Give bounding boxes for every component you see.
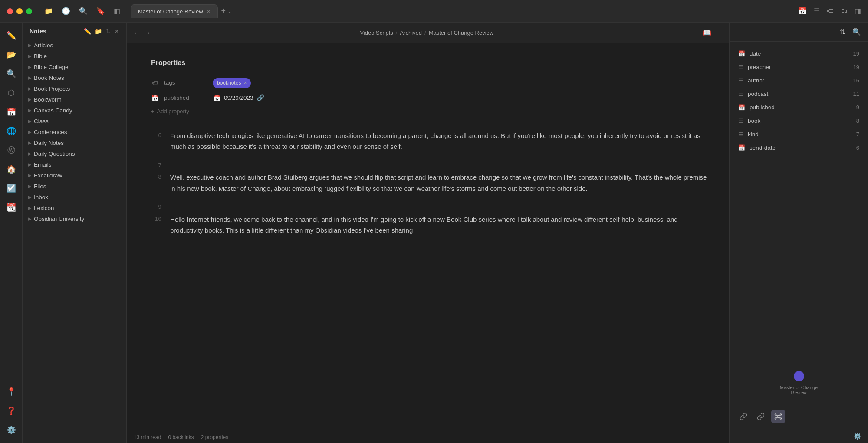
chevron-right-icon: ▶ <box>28 86 31 92</box>
graph-icon[interactable]: ⬡ <box>3 85 19 101</box>
list-prop-icon: ☰ <box>738 118 743 124</box>
prop-item-book-count: 8 <box>856 118 859 124</box>
more-options-icon[interactable]: ··· <box>717 29 722 37</box>
prop-item-date[interactable]: 📅 date 19 <box>730 47 868 60</box>
sidebar-item-class[interactable]: ▶ Class <box>24 116 125 127</box>
history-icon[interactable]: 🕐 <box>62 7 70 15</box>
sidebar-item-lexicon[interactable]: ▶ Lexicon <box>24 203 125 213</box>
sidebar-item-book-notes[interactable]: ▶ Book Notes <box>24 72 125 83</box>
sidebar-item-files[interactable]: ▶ Files <box>24 181 125 192</box>
property-value-tags: booknotes × <box>213 78 251 88</box>
minimize-button[interactable] <box>16 8 23 14</box>
sidebar-item-obsidian-university[interactable]: ▶ Obsidian University <box>24 213 125 224</box>
list-prop-icon: ☰ <box>738 77 743 84</box>
calendar-prop-icon: 📅 <box>738 144 745 151</box>
prop-item-published[interactable]: 📅 published 9 <box>730 101 868 114</box>
sidebar-item-conferences[interactable]: ▶ Conferences <box>24 127 125 138</box>
prop-item-send-date[interactable]: 📅 send-date 6 <box>730 141 868 154</box>
publish-icon[interactable]: 🌐 <box>3 123 19 139</box>
list-prop-icon: ☰ <box>738 91 743 97</box>
back-arrow-icon[interactable]: ← <box>134 29 141 37</box>
prop-item-book[interactable]: ☰ book 8 <box>730 114 868 128</box>
tab-close-icon[interactable]: ✕ <box>207 9 210 14</box>
breadcrumb-part3[interactable]: Master of Change Review <box>429 30 494 36</box>
sidebar-item-inbox[interactable]: ▶ Inbox <box>24 192 125 203</box>
bookmark-icon[interactable]: 🔖 <box>96 7 105 15</box>
line-content-6[interactable]: From disruptive technologies like genera… <box>170 130 708 152</box>
sort-icon[interactable]: ⇅ <box>105 28 111 35</box>
new-folder-icon[interactable]: 📁 <box>95 28 102 35</box>
tabs-dropdown-icon[interactable]: ⌄ <box>227 8 232 14</box>
svg-line-8 <box>779 417 780 418</box>
archive-icon[interactable]: 🗂 <box>841 7 848 15</box>
checklist-icon[interactable]: ☰ <box>814 7 820 15</box>
prop-item-podcast-count: 11 <box>853 91 859 97</box>
incoming-links-button[interactable] <box>754 410 768 423</box>
sidebar-item-bible[interactable]: ▶ Bible <box>24 51 125 62</box>
wp-icon[interactable]: Ⓦ <box>3 142 19 158</box>
prop-item-podcast[interactable]: ☰ podcast 11 <box>730 87 868 101</box>
tags-icon[interactable]: 🏷 <box>827 7 834 15</box>
sort-panel-icon[interactable]: ⇅ <box>840 28 845 36</box>
sidebar-item-canvas-candy[interactable]: ▶ Canvas Candy <box>24 105 125 116</box>
location-icon[interactable]: 📍 <box>3 384 19 400</box>
active-tab[interactable]: Master of Change Review ✕ <box>131 4 218 18</box>
forward-arrow-icon[interactable]: → <box>144 29 151 37</box>
sidebar-item-book-projects[interactable]: ▶ Book Projects <box>24 83 125 94</box>
home-icon[interactable]: 🏠 <box>3 161 19 177</box>
search-panel-icon[interactable]: 🔍 <box>852 28 861 36</box>
breadcrumb-part2[interactable]: Archived <box>400 30 422 36</box>
file-browser-icon[interactable]: 📁 <box>44 7 53 15</box>
line-content-9[interactable] <box>170 202 708 213</box>
graph-view-button[interactable] <box>771 410 785 423</box>
property-value-published: 📅 09/29/2023 🔗 <box>213 93 264 103</box>
reading-mode-icon[interactable]: 📖 <box>703 29 711 37</box>
sidebar-item-daily-notes[interactable]: ▶ Daily Notes <box>24 138 125 148</box>
editor-area[interactable]: Properties 🏷 tags booknotes × 📅 publishe… <box>127 43 729 431</box>
panel-settings-icon[interactable]: ⚙️ <box>854 433 861 440</box>
maximize-button[interactable] <box>26 8 32 14</box>
sidebar-item-articles[interactable]: ▶ Articles <box>24 40 125 51</box>
sidebar-item-daily-questions[interactable]: ▶ Daily Questions <box>24 148 125 159</box>
sidebar-item-label: Files <box>34 183 46 190</box>
search-icon[interactable]: 🔍 <box>79 7 88 15</box>
settings-icon[interactable]: ⚙️ <box>3 422 19 438</box>
outgoing-links-button[interactable] <box>736 410 750 423</box>
sidebar-item-bible-college[interactable]: ▶ Bible College <box>24 62 125 72</box>
line-content-7[interactable] <box>170 160 708 171</box>
prop-item-book-left: ☰ book <box>738 118 760 124</box>
calendar-icon[interactable]: 📅 <box>798 7 807 15</box>
sidebar-item-label: Excalidraw <box>34 172 62 179</box>
task-icon[interactable]: ☑️ <box>3 180 19 196</box>
published-date[interactable]: 09/29/2023 <box>224 93 253 103</box>
close-button[interactable] <box>7 8 13 14</box>
calendar-bar-icon[interactable]: 📅 <box>3 104 19 120</box>
sidebar-item-excalidraw[interactable]: ▶ Excalidraw <box>24 170 125 181</box>
prop-item-preacher[interactable]: ☰ preacher 19 <box>730 60 868 74</box>
close-sidebar-icon[interactable]: ✕ <box>114 28 119 35</box>
sidebar-item-bookworm[interactable]: ▶ Bookworm <box>24 94 125 105</box>
line-content-8[interactable]: Well, executive coach and author Brad St… <box>170 172 708 194</box>
prop-item-author[interactable]: ☰ author 16 <box>730 74 868 87</box>
link-icon: 🔗 <box>257 93 264 103</box>
new-note-header-icon[interactable]: ✏️ <box>84 28 91 35</box>
add-property-button[interactable]: + Add property <box>151 105 708 118</box>
calendar2-icon[interactable]: 📆 <box>3 200 19 215</box>
sidebar-item-emails[interactable]: ▶ Emails <box>24 159 125 170</box>
help-icon[interactable]: ❓ <box>3 403 19 419</box>
sidebar-toggle-icon[interactable]: ◨ <box>855 7 861 15</box>
new-tab-button[interactable]: + <box>221 7 226 16</box>
breadcrumb-part1[interactable]: Video Scripts <box>360 30 393 36</box>
files-icon[interactable]: 📂 <box>3 47 19 62</box>
prop-item-kind[interactable]: ☰ kind 7 <box>730 128 868 141</box>
line-content-10[interactable]: Hello Internet friends, welcome back to … <box>170 214 708 236</box>
search-bar-icon[interactable]: 🔍 <box>3 66 19 82</box>
layout-icon[interactable]: ◧ <box>114 7 120 15</box>
prop-item-published-left: 📅 published <box>738 104 775 111</box>
property-row-published: 📅 published 📅 09/29/2023 🔗 <box>151 91 708 105</box>
tag-badge-booknotes[interactable]: booknotes × <box>213 78 251 88</box>
chevron-right-icon: ▶ <box>28 173 31 178</box>
new-note-icon[interactable]: ✏️ <box>3 28 19 43</box>
tag-remove-icon[interactable]: × <box>243 79 247 87</box>
minimap-position-dot <box>794 371 804 381</box>
